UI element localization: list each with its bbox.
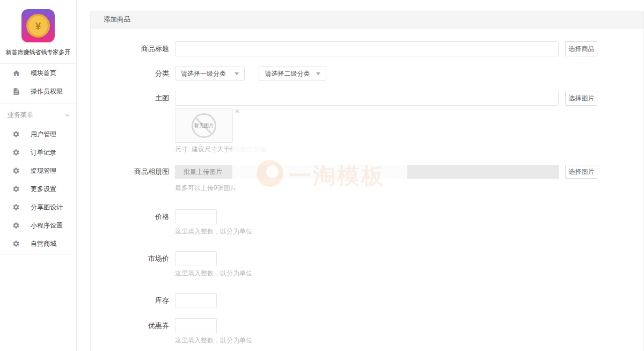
coupon-input[interactable] [175, 318, 217, 333]
form-row-category: 分类 请选择一级分类 请选择二级分类 [91, 67, 643, 81]
gear-icon [12, 130, 20, 138]
sidebar-item-order-records[interactable]: 订单记录 [0, 143, 76, 162]
main-image-input[interactable] [175, 91, 559, 106]
page-title: 添加商品 [104, 16, 130, 23]
stock-label: 库存 [91, 293, 169, 308]
home-icon [12, 69, 20, 77]
category-level1-select[interactable]: 请选择一级分类 [175, 67, 245, 81]
select-image-button[interactable]: 选择图片 [565, 91, 597, 106]
market-price-hint: 这里填入整数，以分为单位 [175, 269, 252, 278]
sidebar-item-label: 自营商城 [31, 239, 56, 248]
price-label: 价格 [91, 209, 169, 236]
form-row-main-image: 主图 选择图片 暂无图片 [91, 91, 643, 154]
add-product-form: 商品标题 选择商品 分类 请选择一级分类 请选择二级分类 [91, 28, 643, 345]
coin-yen-icon: ¥ [26, 14, 50, 38]
market-price-label: 市场价 [91, 251, 169, 278]
section-label: 业务菜单 [8, 111, 33, 120]
main-image-label: 主图 [91, 91, 169, 154]
sidebar-item-module-home[interactable]: 模块首页 [0, 64, 76, 82]
no-image-text: 暂无图片 [194, 122, 214, 129]
category-level2-value: 请选择二级分类 [259, 69, 311, 78]
divider [0, 254, 76, 254]
product-title-input[interactable] [175, 41, 559, 56]
sidebar-item-user-management[interactable]: 用户管理 [0, 125, 76, 143]
category-level1-value: 请选择一级分类 [175, 69, 229, 78]
album-hint: 最多可以上传9张图片 [175, 184, 597, 193]
coupon-hint: 这里填入整数，以分为单位 [175, 336, 252, 345]
sidebar-item-self-mall[interactable]: 自营商城 [0, 235, 76, 253]
main-image-preview: 暂无图片 [175, 108, 233, 143]
form-row-product-title: 商品标题 选择商品 [91, 41, 643, 56]
sidebar-item-label: 模块首页 [31, 69, 56, 78]
dropdown-arrow-icon [311, 67, 326, 80]
sidebar-item-operator-permission[interactable]: 操作员权限 [0, 82, 76, 100]
chevron-down-icon [64, 112, 71, 119]
no-image-icon: 暂无图片 [192, 113, 216, 138]
remove-image-icon[interactable]: × [235, 107, 239, 115]
price-input[interactable] [175, 209, 217, 224]
sidebar-item-more-settings[interactable]: 更多设置 [0, 180, 76, 198]
hint-text-faded: 的方形图 [241, 145, 267, 153]
document-icon [12, 87, 20, 96]
sidebar-item-label: 更多设置 [31, 185, 56, 194]
gear-icon [12, 203, 20, 211]
sidebar-item-miniprogram-settings[interactable]: 小程序设置 [0, 216, 76, 235]
sidebar: ¥ 新首席赚钱省钱专家多开 模块首页 操作员权限 业务菜单 用户管理 订单记录 … [0, 0, 77, 351]
form-row-price: 价格 这里填入整数，以分为单位 [91, 209, 643, 236]
card-header: 添加商品 [91, 11, 643, 28]
category-level2-select[interactable]: 请选择二级分类 [259, 67, 326, 81]
market-price-input[interactable] [175, 251, 217, 266]
main-image-preview-wrap: 暂无图片 × [175, 108, 559, 143]
add-product-card: 添加商品 商品标题 选择商品 分类 请选择一级分类 [90, 11, 644, 351]
gear-icon [12, 166, 20, 175]
gear-icon [12, 185, 20, 193]
gear-icon [12, 239, 20, 248]
sidebar-section-business-menu[interactable]: 业务菜单 [0, 107, 76, 122]
album-label: 商品相册图 [91, 165, 169, 193]
main-content: 添加商品 商品标题 选择商品 分类 请选择一级分类 [77, 0, 644, 351]
form-row-market-price: 市场价 这里填入整数，以分为单位 [91, 251, 643, 278]
divider [0, 104, 76, 104]
sidebar-item-label: 操作员权限 [31, 87, 63, 96]
business-menu-list: 用户管理 订单记录 提现管理 更多设置 分享图设计 小程序设置 自营商城 [0, 125, 76, 253]
sidebar-item-label: 订单记录 [31, 148, 56, 157]
form-row-album: 商品相册图 批量上传图片 选择图片 最多可以上传9张图片 [91, 165, 643, 193]
price-hint: 这里填入整数，以分为单位 [175, 227, 252, 236]
form-row-coupon: 优惠券 这里填入整数，以分为单位 [91, 318, 643, 345]
sidebar-item-share-image-design[interactable]: 分享图设计 [0, 198, 76, 216]
category-label: 分类 [91, 67, 169, 81]
form-row-stock: 库存 [91, 293, 643, 308]
sidebar-item-label: 小程序设置 [31, 221, 63, 230]
select-album-image-button[interactable]: 选择图片 [565, 165, 597, 179]
brand: ¥ 新首席赚钱省钱专家多开 [0, 0, 76, 56]
brand-title: 新首席赚钱省钱专家多开 [0, 48, 76, 56]
dropdown-arrow-icon [229, 67, 244, 80]
sidebar-item-withdraw-management[interactable]: 提现管理 [0, 162, 76, 180]
stock-input[interactable] [175, 293, 217, 308]
coin-symbol: ¥ [35, 21, 41, 31]
sidebar-item-label: 提现管理 [31, 166, 56, 176]
sidebar-item-label: 分享图设计 [31, 203, 63, 212]
gear-icon [12, 148, 20, 157]
main-image-hint: 尺寸: 建议尺寸大于600的方形图 [175, 145, 597, 154]
hint-text: 尺寸: 建议尺寸大于600 [175, 145, 241, 153]
select-product-button[interactable]: 选择商品 [565, 41, 597, 56]
sidebar-item-label: 用户管理 [31, 130, 56, 139]
coupon-label: 优惠券 [91, 318, 169, 345]
product-title-label: 商品标题 [91, 41, 169, 56]
gear-icon [12, 221, 20, 230]
batch-upload-label: 批量上传图片 [175, 165, 559, 179]
batch-upload-bar[interactable]: 批量上传图片 [175, 165, 559, 179]
app-logo: ¥ [21, 9, 55, 42]
